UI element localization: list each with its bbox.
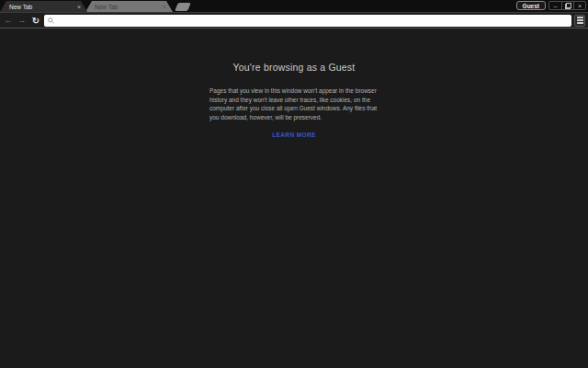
tab-close-icon[interactable]: × (163, 4, 166, 10)
browser-window: New Tab × New Tab × Guest – × ← → ↻ (0, 0, 588, 368)
learn-more-link[interactable]: LEARN MORE (272, 132, 316, 138)
guest-page-content: You're browsing as a Guest Pages that yo… (0, 29, 588, 368)
guest-title: You're browsing as a Guest (233, 62, 356, 73)
restore-icon (566, 4, 571, 8)
forward-arrow-icon: → (18, 16, 27, 25)
reload-icon: ↻ (32, 16, 40, 26)
tab-new-tab-active[interactable]: New Tab × (0, 1, 87, 12)
minimize-button[interactable]: – (549, 2, 561, 9)
tab-new-tab-inactive[interactable]: New Tab × (85, 1, 173, 12)
tab-title: New Tab (95, 4, 158, 10)
back-arrow-icon: ← (5, 16, 13, 25)
tab-close-icon[interactable]: × (77, 4, 81, 10)
browser-toolbar: ← → ↻ (0, 12, 588, 29)
forward-button[interactable]: → (17, 15, 28, 26)
address-input[interactable] (57, 15, 568, 27)
search-icon (48, 17, 54, 24)
reload-button[interactable]: ↻ (30, 15, 41, 26)
tab-strip: New Tab × New Tab × Guest – × (0, 0, 588, 12)
menu-button[interactable] (574, 15, 585, 27)
menu-icon (577, 17, 583, 18)
new-tab-button[interactable] (175, 3, 191, 11)
tab-title: New Tab (9, 4, 73, 10)
close-button[interactable]: × (573, 2, 585, 9)
guest-description: Pages that you view in this window won't… (209, 86, 379, 121)
window-controls: – × (548, 1, 586, 10)
restore-button[interactable] (561, 2, 573, 9)
back-button[interactable]: ← (3, 15, 14, 26)
address-bar[interactable] (44, 15, 571, 27)
guest-profile-button[interactable]: Guest (516, 1, 546, 10)
